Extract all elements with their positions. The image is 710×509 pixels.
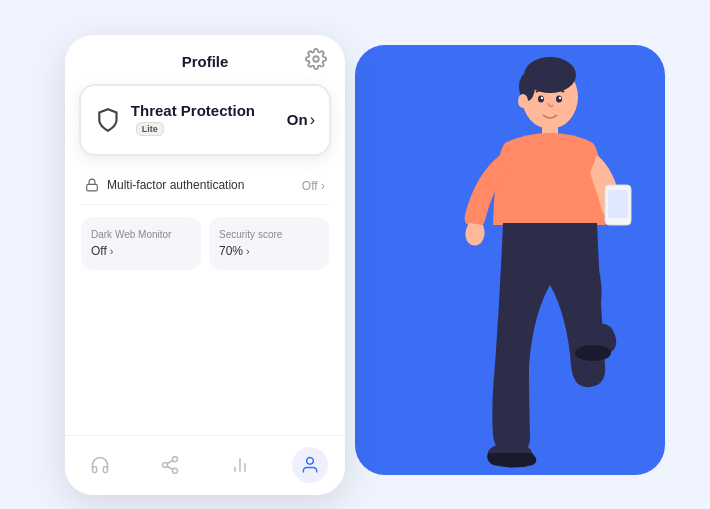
mfa-row[interactable]: Multi-factor authentication Off › bbox=[81, 166, 329, 205]
threat-chevron: › bbox=[310, 111, 315, 129]
svg-point-2 bbox=[173, 457, 178, 462]
svg-line-5 bbox=[167, 466, 173, 469]
mfa-status-wrap: Off › bbox=[302, 176, 325, 194]
nav-share[interactable] bbox=[152, 447, 188, 483]
shield-icon bbox=[95, 107, 121, 133]
svg-point-20 bbox=[575, 345, 611, 361]
svg-point-23 bbox=[541, 96, 543, 98]
svg-point-4 bbox=[173, 468, 178, 473]
nav-user[interactable] bbox=[292, 447, 328, 483]
svg-point-14 bbox=[518, 94, 528, 108]
security-score-value: 70% › bbox=[219, 244, 319, 258]
threat-label: Threat Protection bbox=[131, 102, 255, 119]
page-title: Profile bbox=[182, 53, 229, 70]
threat-protection-label: Threat ProtectionLite bbox=[131, 102, 287, 138]
bottom-nav bbox=[65, 435, 345, 495]
nav-headphones[interactable] bbox=[82, 447, 118, 483]
mfa-chevron: › bbox=[321, 179, 325, 193]
security-score-chevron: › bbox=[246, 245, 250, 257]
svg-rect-1 bbox=[87, 184, 98, 190]
security-score-card[interactable]: Security score 70% › bbox=[209, 217, 329, 270]
mfa-left: Multi-factor authentication bbox=[85, 178, 244, 192]
person-svg bbox=[385, 25, 645, 485]
lock-icon bbox=[85, 178, 99, 192]
threat-protection-row[interactable]: Threat ProtectionLite On › bbox=[79, 84, 331, 156]
svg-rect-18 bbox=[608, 190, 628, 218]
dark-web-title: Dark Web Monitor bbox=[91, 229, 191, 240]
nav-stats[interactable] bbox=[222, 447, 258, 483]
svg-point-21 bbox=[538, 95, 544, 102]
cards-row: Dark Web Monitor Off › Security score 70… bbox=[81, 217, 329, 270]
svg-point-3 bbox=[163, 463, 168, 468]
lite-badge: Lite bbox=[136, 122, 164, 136]
dark-web-value: Off › bbox=[91, 244, 191, 258]
svg-point-10 bbox=[307, 458, 314, 465]
mfa-status: Off › bbox=[302, 179, 325, 193]
threat-status-text: On bbox=[287, 111, 308, 128]
dark-web-card[interactable]: Dark Web Monitor Off › bbox=[81, 217, 201, 270]
dark-web-chevron: › bbox=[110, 245, 114, 257]
mfa-status-text: Off bbox=[302, 179, 318, 193]
svg-point-0 bbox=[313, 56, 319, 62]
phone-card: Profile Threat ProtectionLite On › bbox=[65, 35, 345, 495]
threat-left: Threat ProtectionLite bbox=[95, 102, 287, 138]
threat-status: On › bbox=[287, 111, 315, 129]
svg-line-6 bbox=[167, 460, 173, 463]
svg-point-24 bbox=[559, 96, 561, 98]
phone-header: Profile bbox=[65, 35, 345, 84]
person-illustration bbox=[385, 25, 645, 485]
svg-point-22 bbox=[556, 95, 562, 102]
security-score-title: Security score bbox=[219, 229, 319, 240]
mfa-label: Multi-factor authentication bbox=[107, 178, 244, 192]
scene: Profile Threat ProtectionLite On › bbox=[15, 15, 695, 495]
gear-icon[interactable] bbox=[305, 48, 327, 70]
